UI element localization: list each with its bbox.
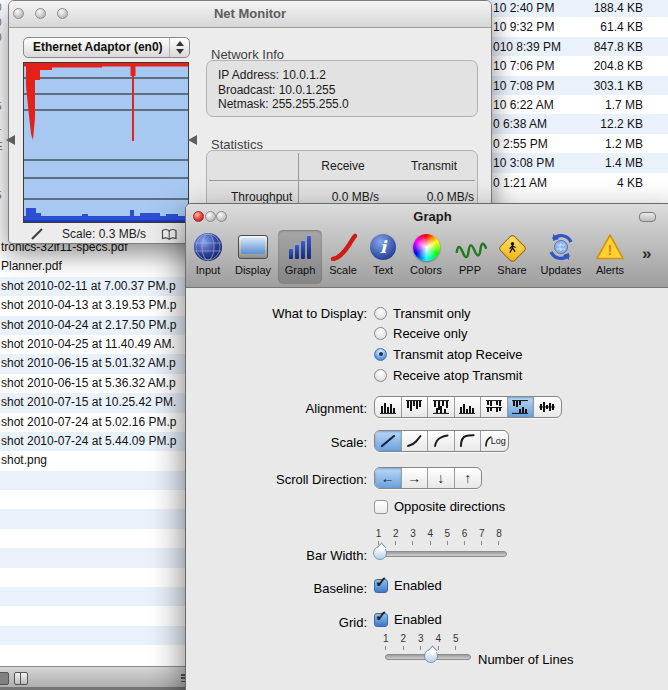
list-item[interactable] xyxy=(0,587,186,606)
toolbar-item-label: Text xyxy=(373,264,393,276)
scale-linear-segment[interactable] xyxy=(375,431,402,451)
align-center-segment[interactable] xyxy=(534,397,561,417)
align-top-groups-segment[interactable] xyxy=(481,397,508,417)
bar-width-slider-thumb[interactable] xyxy=(373,546,387,560)
scale-curve2-segment[interactable] xyxy=(428,431,455,451)
list-item[interactable] xyxy=(0,645,186,664)
size-cell: 188.4 KB xyxy=(594,1,643,15)
align-top-segment[interactable] xyxy=(402,397,429,417)
list-item[interactable]: shot 2010-04-13 at 3.19.53 PM.p xyxy=(0,296,186,315)
list-item[interactable]: shot 2010-04-25 at 11.40.49 AM. xyxy=(0,335,186,354)
bar-width-tick-numbers: 12345678 xyxy=(370,528,508,539)
list-item[interactable]: Planner.pdf xyxy=(0,257,186,276)
list-item[interactable] xyxy=(0,509,186,528)
list-item[interactable]: shot 2010-02-11 at 7.00.37 PM.p xyxy=(0,277,186,296)
toolbar-item-text[interactable]: i Text xyxy=(364,230,402,284)
scroll-direction-segment[interactable]: ← xyxy=(375,468,402,488)
radio-option[interactable]: Receive atop Transmit xyxy=(374,365,523,386)
radio-option[interactable]: Transmit only xyxy=(374,303,523,324)
align-bottom-segment[interactable] xyxy=(375,397,402,417)
list-item[interactable]: shot 2010-07-15 at 10.25.42 PM. xyxy=(0,393,186,412)
size-cell: 303.1 KB xyxy=(594,79,643,93)
adapter-popup-button[interactable]: Ethernet Adaptor (en0) xyxy=(23,37,190,58)
number-of-lines-label: Number of Lines xyxy=(478,652,573,667)
baseline-checkbox-row[interactable]: Enabled xyxy=(374,579,442,593)
scroll-direction-label: Scroll Direction: xyxy=(187,472,367,487)
toolbar-item-scale[interactable]: Scale xyxy=(322,230,364,284)
scale-curve1-segment[interactable] xyxy=(402,431,429,451)
align-overlap-segment[interactable] xyxy=(428,397,455,417)
network-info-lines: IP Address: 10.0.1.2Broadcast: 10.0.1.25… xyxy=(207,61,477,112)
tick-number: 4 xyxy=(422,528,439,539)
view-icon[interactable] xyxy=(0,672,9,685)
list-item[interactable] xyxy=(0,529,186,548)
edge-glyph: 5 xyxy=(0,101,2,112)
list-item[interactable] xyxy=(0,606,186,625)
radio-option[interactable]: Receive only xyxy=(374,324,523,345)
drawer-arrow-left-icon[interactable] xyxy=(6,135,15,145)
lines-slider-thumb[interactable] xyxy=(424,649,438,663)
edge-glyph: 0 xyxy=(0,2,2,13)
date-modified-cell: 0 1:21 AM xyxy=(493,176,547,190)
tick-number: 6 xyxy=(456,528,473,539)
list-item[interactable] xyxy=(0,626,186,645)
arrow-icon: → xyxy=(407,471,421,485)
list-item[interactable]: shot 2010-04-24 at 2.17.50 PM.p xyxy=(0,316,186,335)
network-info-box: IP Address: 10.0.1.2Broadcast: 10.0.1.25… xyxy=(206,60,478,117)
scroll-direction-segment[interactable]: ↑ xyxy=(455,468,482,488)
toolbar-overflow-chevron[interactable]: » xyxy=(642,244,651,264)
drawer-arrow-right-icon[interactable] xyxy=(188,135,197,145)
toolbar-item-graph[interactable]: Graph xyxy=(278,230,322,284)
scale-readout: Scale: 0.3 MB/s xyxy=(44,227,164,241)
book-icon[interactable] xyxy=(161,228,178,241)
graph-title-bar[interactable]: Graph Input xyxy=(186,204,668,288)
list-item[interactable] xyxy=(0,548,186,567)
radio-option[interactable]: Transmit atop Receive xyxy=(374,344,523,365)
toolbar-item-ppp[interactable]: PPP xyxy=(450,230,490,284)
net-monitor-title-bar[interactable]: Net Monitor xyxy=(9,1,491,28)
pencil-icon[interactable] xyxy=(30,227,44,241)
size-cell: 4 KB xyxy=(617,176,643,190)
toolbar-item-updates[interactable]: Updates xyxy=(534,230,588,284)
scroll-direction-segment[interactable]: → xyxy=(402,468,429,488)
arrow-icon: ← xyxy=(381,471,395,485)
list-item[interactable]: shot 2010-06-15 at 5.36.32 AM.p xyxy=(0,374,186,393)
toolbar-item-alerts[interactable]: ! Alerts xyxy=(588,230,632,284)
toolbar-item-display[interactable]: Display xyxy=(228,230,278,284)
list-item[interactable] xyxy=(0,568,186,587)
finder-filename-list: tronics-32lf11-specs.pdf Planner.pdf sho… xyxy=(0,238,186,665)
grid-checkbox-row[interactable]: Enabled xyxy=(374,613,442,627)
tick-mark xyxy=(447,646,465,650)
toolbar-item-input[interactable]: Input xyxy=(188,230,228,284)
grid-enabled-label: Enabled xyxy=(394,612,442,627)
bar-width-slider-track[interactable] xyxy=(374,551,507,557)
align-bottom-groups-segment[interactable] xyxy=(455,397,482,417)
tick-mark xyxy=(422,541,439,545)
toolbar-item-share[interactable]: Share xyxy=(490,230,534,284)
scale-curve3-segment[interactable] xyxy=(455,431,482,451)
list-item[interactable]: shot 2010-07-24 at 5.44.09 PM.p xyxy=(0,432,186,451)
checkbox-icon xyxy=(374,500,388,514)
tick-mark xyxy=(456,541,473,545)
size-cell: 847.8 KB xyxy=(594,40,643,54)
radio-icon xyxy=(374,348,387,361)
list-item[interactable]: shot.png xyxy=(0,451,186,470)
columns-icon[interactable] xyxy=(14,672,28,685)
scroll-direction-segment[interactable]: ↓ xyxy=(428,468,455,488)
toolbar-item-colors[interactable]: Colors xyxy=(402,230,450,284)
list-item[interactable]: shot 2010-06-15 at 5.01.32 AM.p xyxy=(0,354,186,373)
scale-log-segment[interactable]: Log xyxy=(481,431,508,451)
radio-option-label: Receive atop Transmit xyxy=(393,368,522,383)
date-modified-cell: 10 6:22 AM xyxy=(493,98,554,112)
date-modified-cell: 10 3:08 PM xyxy=(493,156,554,170)
opposite-directions-checkbox-row[interactable]: Opposite directions xyxy=(374,500,505,514)
align-top-bottom-segment[interactable] xyxy=(508,397,535,417)
list-item[interactable] xyxy=(0,490,186,509)
list-item[interactable]: shot 2010-07-24 at 5.02.16 PM.p xyxy=(0,413,186,432)
transmit-column-header: Transmit xyxy=(389,159,479,173)
toolbar-pill-button[interactable] xyxy=(639,212,656,222)
list-item[interactable] xyxy=(0,471,186,490)
edge-glyph: E xyxy=(0,141,3,152)
lines-tick-numbers: 12345 xyxy=(377,633,465,644)
what-to-display-radio-group: Transmit only Receive only Transmit atop… xyxy=(374,303,523,385)
